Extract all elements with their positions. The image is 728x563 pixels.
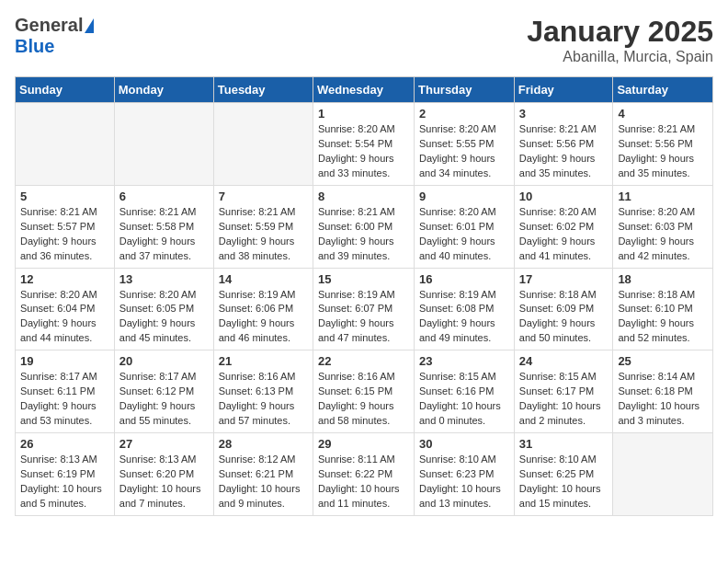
calendar-day-cell: 23Sunrise: 8:15 AM Sunset: 6:16 PM Dayli… bbox=[415, 350, 515, 433]
logo: General Blue bbox=[15, 15, 94, 57]
logo-blue: Blue bbox=[15, 36, 54, 56]
calendar-day-cell: 16Sunrise: 8:19 AM Sunset: 6:08 PM Dayli… bbox=[415, 268, 515, 350]
day-info: Sunrise: 8:15 AM Sunset: 6:16 PM Dayligh… bbox=[419, 370, 509, 429]
day-number: 16 bbox=[419, 272, 509, 286]
day-number: 3 bbox=[519, 107, 609, 121]
day-info: Sunrise: 8:17 AM Sunset: 6:12 PM Dayligh… bbox=[119, 370, 209, 429]
day-number: 7 bbox=[219, 190, 308, 203]
day-number: 11 bbox=[618, 190, 708, 203]
day-info: Sunrise: 8:21 AM Sunset: 5:59 PM Dayligh… bbox=[219, 205, 308, 264]
day-number: 10 bbox=[519, 190, 609, 203]
day-info: Sunrise: 8:16 AM Sunset: 6:13 PM Dayligh… bbox=[219, 370, 308, 429]
calendar-day-cell: 1Sunrise: 8:20 AM Sunset: 5:54 PM Daylig… bbox=[313, 103, 414, 186]
calendar-day-cell bbox=[114, 103, 213, 186]
day-info: Sunrise: 8:20 AM Sunset: 6:05 PM Dayligh… bbox=[119, 288, 209, 347]
day-number: 21 bbox=[219, 354, 308, 368]
day-info: Sunrise: 8:15 AM Sunset: 6:17 PM Dayligh… bbox=[519, 370, 609, 429]
day-number: 2 bbox=[419, 107, 509, 121]
calendar-table: SundayMondayTuesdayWednesdayThursdayFrid… bbox=[15, 76, 713, 516]
day-info: Sunrise: 8:20 AM Sunset: 6:02 PM Dayligh… bbox=[519, 205, 609, 264]
calendar-day-cell: 21Sunrise: 8:16 AM Sunset: 6:13 PM Dayli… bbox=[213, 350, 313, 433]
calendar-day-cell: 15Sunrise: 8:19 AM Sunset: 6:07 PM Dayli… bbox=[313, 268, 414, 350]
day-number: 23 bbox=[419, 354, 509, 368]
calendar-day-cell: 11Sunrise: 8:20 AM Sunset: 6:03 PM Dayli… bbox=[613, 185, 713, 268]
page-header: General Blue January 2025 Abanilla, Murc… bbox=[15, 15, 713, 65]
day-info: Sunrise: 8:19 AM Sunset: 6:07 PM Dayligh… bbox=[318, 288, 409, 347]
day-info: Sunrise: 8:21 AM Sunset: 5:56 PM Dayligh… bbox=[519, 122, 609, 181]
day-number: 1 bbox=[318, 107, 409, 121]
day-number: 19 bbox=[20, 354, 109, 368]
day-number: 9 bbox=[419, 190, 509, 203]
day-info: Sunrise: 8:20 AM Sunset: 6:01 PM Dayligh… bbox=[419, 205, 509, 264]
calendar-day-cell: 31Sunrise: 8:10 AM Sunset: 6:25 PM Dayli… bbox=[514, 433, 613, 516]
day-info: Sunrise: 8:10 AM Sunset: 6:23 PM Dayligh… bbox=[419, 453, 509, 511]
day-number: 30 bbox=[419, 437, 509, 451]
calendar-day-cell: 17Sunrise: 8:18 AM Sunset: 6:09 PM Dayli… bbox=[514, 268, 613, 350]
weekday-header-row: SundayMondayTuesdayWednesdayThursdayFrid… bbox=[16, 77, 713, 103]
weekday-header-cell: Saturday bbox=[613, 77, 713, 103]
calendar-day-cell: 19Sunrise: 8:17 AM Sunset: 6:11 PM Dayli… bbox=[16, 350, 115, 433]
day-number: 12 bbox=[20, 272, 109, 286]
calendar-day-cell: 10Sunrise: 8:20 AM Sunset: 6:02 PM Dayli… bbox=[514, 185, 613, 268]
day-info: Sunrise: 8:11 AM Sunset: 6:22 PM Dayligh… bbox=[318, 453, 409, 511]
weekday-header-cell: Tuesday bbox=[213, 77, 313, 103]
calendar-day-cell: 6Sunrise: 8:21 AM Sunset: 5:58 PM Daylig… bbox=[114, 185, 213, 268]
day-info: Sunrise: 8:14 AM Sunset: 6:18 PM Dayligh… bbox=[618, 370, 708, 429]
logo-triangle-icon bbox=[85, 18, 94, 33]
calendar-day-cell: 12Sunrise: 8:20 AM Sunset: 6:04 PM Dayli… bbox=[16, 268, 115, 350]
calendar-week-row: 1Sunrise: 8:20 AM Sunset: 5:54 PM Daylig… bbox=[16, 103, 713, 186]
calendar-day-cell: 18Sunrise: 8:18 AM Sunset: 6:10 PM Dayli… bbox=[613, 268, 713, 350]
day-number: 13 bbox=[119, 272, 209, 286]
calendar-day-cell: 13Sunrise: 8:20 AM Sunset: 6:05 PM Dayli… bbox=[114, 268, 213, 350]
day-number: 6 bbox=[119, 190, 209, 203]
day-number: 20 bbox=[119, 354, 209, 368]
day-info: Sunrise: 8:20 AM Sunset: 6:04 PM Dayligh… bbox=[20, 288, 109, 347]
calendar-day-cell bbox=[16, 103, 115, 186]
day-number: 14 bbox=[219, 272, 308, 286]
calendar-day-cell: 7Sunrise: 8:21 AM Sunset: 5:59 PM Daylig… bbox=[213, 185, 313, 268]
day-info: Sunrise: 8:10 AM Sunset: 6:25 PM Dayligh… bbox=[519, 453, 609, 511]
day-info: Sunrise: 8:20 AM Sunset: 5:55 PM Dayligh… bbox=[419, 122, 509, 181]
weekday-header-cell: Thursday bbox=[415, 77, 515, 103]
calendar-week-row: 26Sunrise: 8:13 AM Sunset: 6:19 PM Dayli… bbox=[16, 433, 713, 516]
weekday-header-cell: Sunday bbox=[16, 77, 115, 103]
day-info: Sunrise: 8:16 AM Sunset: 6:15 PM Dayligh… bbox=[318, 370, 409, 429]
weekday-header-cell: Friday bbox=[514, 77, 613, 103]
month-title: January 2025 bbox=[527, 15, 713, 49]
day-number: 29 bbox=[318, 437, 409, 451]
calendar-day-cell: 3Sunrise: 8:21 AM Sunset: 5:56 PM Daylig… bbox=[514, 103, 613, 186]
calendar-day-cell: 14Sunrise: 8:19 AM Sunset: 6:06 PM Dayli… bbox=[213, 268, 313, 350]
day-number: 4 bbox=[618, 107, 708, 121]
calendar-day-cell: 25Sunrise: 8:14 AM Sunset: 6:18 PM Dayli… bbox=[613, 350, 713, 433]
calendar-week-row: 12Sunrise: 8:20 AM Sunset: 6:04 PM Dayli… bbox=[16, 268, 713, 350]
calendar-day-cell bbox=[213, 103, 313, 186]
calendar-week-row: 19Sunrise: 8:17 AM Sunset: 6:11 PM Dayli… bbox=[16, 350, 713, 433]
day-number: 24 bbox=[519, 354, 609, 368]
calendar-day-cell: 30Sunrise: 8:10 AM Sunset: 6:23 PM Dayli… bbox=[415, 433, 515, 516]
day-number: 18 bbox=[618, 272, 708, 286]
calendar-day-cell: 29Sunrise: 8:11 AM Sunset: 6:22 PM Dayli… bbox=[313, 433, 414, 516]
calendar-body: 1Sunrise: 8:20 AM Sunset: 5:54 PM Daylig… bbox=[16, 103, 713, 516]
day-info: Sunrise: 8:21 AM Sunset: 5:57 PM Dayligh… bbox=[20, 205, 109, 264]
day-info: Sunrise: 8:19 AM Sunset: 6:06 PM Dayligh… bbox=[219, 288, 308, 347]
day-number: 25 bbox=[618, 354, 708, 368]
calendar-day-cell: 28Sunrise: 8:12 AM Sunset: 6:21 PM Dayli… bbox=[213, 433, 313, 516]
day-info: Sunrise: 8:18 AM Sunset: 6:10 PM Dayligh… bbox=[618, 288, 708, 347]
calendar-day-cell: 8Sunrise: 8:21 AM Sunset: 6:00 PM Daylig… bbox=[313, 185, 414, 268]
calendar-day-cell: 20Sunrise: 8:17 AM Sunset: 6:12 PM Dayli… bbox=[114, 350, 213, 433]
logo-general: General bbox=[15, 15, 83, 36]
day-info: Sunrise: 8:21 AM Sunset: 6:00 PM Dayligh… bbox=[318, 205, 409, 264]
day-number: 8 bbox=[318, 190, 409, 203]
calendar-day-cell: 2Sunrise: 8:20 AM Sunset: 5:55 PM Daylig… bbox=[415, 103, 515, 186]
calendar-day-cell: 24Sunrise: 8:15 AM Sunset: 6:17 PM Dayli… bbox=[514, 350, 613, 433]
day-number: 5 bbox=[20, 190, 109, 203]
calendar-day-cell: 26Sunrise: 8:13 AM Sunset: 6:19 PM Dayli… bbox=[16, 433, 115, 516]
day-number: 15 bbox=[318, 272, 409, 286]
day-number: 17 bbox=[519, 272, 609, 286]
day-number: 22 bbox=[318, 354, 409, 368]
day-info: Sunrise: 8:20 AM Sunset: 5:54 PM Dayligh… bbox=[318, 122, 409, 181]
day-info: Sunrise: 8:17 AM Sunset: 6:11 PM Dayligh… bbox=[20, 370, 109, 429]
location-title: Abanilla, Murcia, Spain bbox=[527, 49, 713, 65]
day-number: 27 bbox=[119, 437, 209, 451]
calendar-week-row: 5Sunrise: 8:21 AM Sunset: 5:57 PM Daylig… bbox=[16, 185, 713, 268]
